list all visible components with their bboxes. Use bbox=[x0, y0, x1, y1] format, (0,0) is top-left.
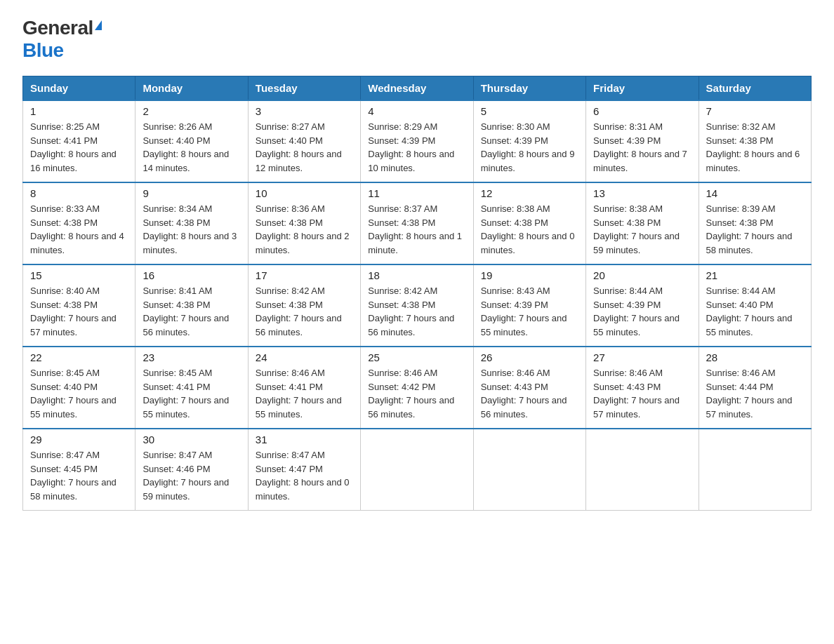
day-info: Sunrise: 8:45 AM Sunset: 4:41 PM Dayligh… bbox=[143, 366, 240, 421]
calendar-week-row: 15 Sunrise: 8:40 AM Sunset: 4:38 PM Dayl… bbox=[23, 264, 812, 347]
calendar-cell bbox=[473, 429, 585, 511]
day-info: Sunrise: 8:31 AM Sunset: 4:39 PM Dayligh… bbox=[593, 120, 691, 175]
day-info: Sunrise: 8:27 AM Sunset: 4:40 PM Dayligh… bbox=[256, 120, 353, 175]
calendar-cell: 4 Sunrise: 8:29 AM Sunset: 4:39 PM Dayli… bbox=[361, 100, 473, 182]
day-number: 6 bbox=[593, 105, 691, 117]
day-info: Sunrise: 8:42 AM Sunset: 4:38 PM Dayligh… bbox=[368, 284, 465, 339]
day-number: 16 bbox=[143, 269, 240, 281]
day-number: 15 bbox=[30, 269, 128, 281]
calendar-cell: 27 Sunrise: 8:46 AM Sunset: 4:43 PM Dayl… bbox=[586, 347, 699, 429]
calendar-cell: 19 Sunrise: 8:43 AM Sunset: 4:39 PM Dayl… bbox=[473, 264, 585, 347]
day-number: 29 bbox=[30, 434, 128, 445]
logo-general-text: General bbox=[22, 17, 93, 39]
calendar-week-row: 29 Sunrise: 8:47 AM Sunset: 4:45 PM Dayl… bbox=[23, 429, 812, 511]
day-info: Sunrise: 8:41 AM Sunset: 4:38 PM Dayligh… bbox=[143, 284, 240, 339]
day-of-week-header: Sunday bbox=[23, 76, 135, 101]
day-number: 10 bbox=[256, 187, 353, 199]
day-info: Sunrise: 8:29 AM Sunset: 4:39 PM Dayligh… bbox=[368, 120, 465, 175]
day-info: Sunrise: 8:47 AM Sunset: 4:46 PM Dayligh… bbox=[143, 448, 240, 503]
day-of-week-header: Monday bbox=[135, 76, 248, 101]
day-info: Sunrise: 8:46 AM Sunset: 4:41 PM Dayligh… bbox=[256, 366, 353, 421]
day-info: Sunrise: 8:37 AM Sunset: 4:38 PM Dayligh… bbox=[368, 202, 465, 257]
logo-triangle-icon bbox=[95, 20, 102, 30]
day-number: 4 bbox=[368, 105, 465, 117]
day-number: 21 bbox=[706, 269, 804, 281]
day-number: 28 bbox=[706, 351, 804, 363]
day-of-week-header: Thursday bbox=[473, 76, 585, 101]
calendar-cell bbox=[586, 429, 699, 511]
calendar-week-row: 8 Sunrise: 8:33 AM Sunset: 4:38 PM Dayli… bbox=[23, 182, 812, 264]
day-info: Sunrise: 8:38 AM Sunset: 4:38 PM Dayligh… bbox=[593, 202, 691, 257]
calendar-cell: 11 Sunrise: 8:37 AM Sunset: 4:38 PM Dayl… bbox=[361, 182, 473, 264]
day-info: Sunrise: 8:46 AM Sunset: 4:42 PM Dayligh… bbox=[368, 366, 465, 421]
calendar-cell: 17 Sunrise: 8:42 AM Sunset: 4:38 PM Dayl… bbox=[248, 264, 360, 347]
day-info: Sunrise: 8:44 AM Sunset: 4:40 PM Dayligh… bbox=[706, 284, 804, 339]
day-info: Sunrise: 8:30 AM Sunset: 4:39 PM Dayligh… bbox=[481, 120, 578, 175]
calendar-cell: 21 Sunrise: 8:44 AM Sunset: 4:40 PM Dayl… bbox=[699, 264, 811, 347]
day-info: Sunrise: 8:46 AM Sunset: 4:44 PM Dayligh… bbox=[706, 366, 804, 421]
day-info: Sunrise: 8:44 AM Sunset: 4:39 PM Dayligh… bbox=[593, 284, 691, 339]
day-info: Sunrise: 8:38 AM Sunset: 4:38 PM Dayligh… bbox=[481, 202, 578, 257]
calendar-cell: 5 Sunrise: 8:30 AM Sunset: 4:39 PM Dayli… bbox=[473, 100, 585, 182]
day-info: Sunrise: 8:25 AM Sunset: 4:41 PM Dayligh… bbox=[30, 120, 128, 175]
day-info: Sunrise: 8:39 AM Sunset: 4:38 PM Dayligh… bbox=[706, 202, 804, 257]
calendar-table: SundayMondayTuesdayWednesdayThursdayFrid… bbox=[22, 76, 812, 511]
calendar-cell: 29 Sunrise: 8:47 AM Sunset: 4:45 PM Dayl… bbox=[23, 429, 135, 511]
day-info: Sunrise: 8:47 AM Sunset: 4:45 PM Dayligh… bbox=[30, 448, 128, 503]
day-number: 30 bbox=[143, 434, 240, 445]
calendar-cell: 25 Sunrise: 8:46 AM Sunset: 4:42 PM Dayl… bbox=[361, 347, 473, 429]
day-number: 8 bbox=[30, 187, 128, 199]
day-number: 23 bbox=[143, 351, 240, 363]
day-info: Sunrise: 8:40 AM Sunset: 4:38 PM Dayligh… bbox=[30, 284, 128, 339]
calendar-cell: 13 Sunrise: 8:38 AM Sunset: 4:38 PM Dayl… bbox=[586, 182, 699, 264]
day-info: Sunrise: 8:46 AM Sunset: 4:43 PM Dayligh… bbox=[593, 366, 691, 421]
calendar-cell: 24 Sunrise: 8:46 AM Sunset: 4:41 PM Dayl… bbox=[248, 347, 360, 429]
calendar-cell: 30 Sunrise: 8:47 AM Sunset: 4:46 PM Dayl… bbox=[135, 429, 248, 511]
day-number: 22 bbox=[30, 351, 128, 363]
logo-blue-text: Blue bbox=[22, 39, 64, 62]
day-info: Sunrise: 8:32 AM Sunset: 4:38 PM Dayligh… bbox=[706, 120, 804, 175]
day-number: 14 bbox=[706, 187, 804, 199]
day-number: 1 bbox=[30, 105, 128, 117]
day-info: Sunrise: 8:42 AM Sunset: 4:38 PM Dayligh… bbox=[256, 284, 353, 339]
day-info: Sunrise: 8:47 AM Sunset: 4:47 PM Dayligh… bbox=[256, 448, 353, 503]
calendar-cell: 16 Sunrise: 8:41 AM Sunset: 4:38 PM Dayl… bbox=[135, 264, 248, 347]
calendar-cell: 9 Sunrise: 8:34 AM Sunset: 4:38 PM Dayli… bbox=[135, 182, 248, 264]
calendar-week-row: 22 Sunrise: 8:45 AM Sunset: 4:40 PM Dayl… bbox=[23, 347, 812, 429]
day-of-week-header: Tuesday bbox=[248, 76, 360, 101]
day-of-week-header: Friday bbox=[586, 76, 699, 101]
calendar-cell: 20 Sunrise: 8:44 AM Sunset: 4:39 PM Dayl… bbox=[586, 264, 699, 347]
day-info: Sunrise: 8:46 AM Sunset: 4:43 PM Dayligh… bbox=[481, 366, 578, 421]
calendar-cell: 28 Sunrise: 8:46 AM Sunset: 4:44 PM Dayl… bbox=[699, 347, 811, 429]
calendar-cell: 3 Sunrise: 8:27 AM Sunset: 4:40 PM Dayli… bbox=[248, 100, 360, 182]
calendar-cell: 26 Sunrise: 8:46 AM Sunset: 4:43 PM Dayl… bbox=[473, 347, 585, 429]
day-number: 27 bbox=[593, 351, 691, 363]
day-number: 31 bbox=[256, 434, 353, 445]
day-info: Sunrise: 8:26 AM Sunset: 4:40 PM Dayligh… bbox=[143, 120, 240, 175]
day-number: 18 bbox=[368, 269, 465, 281]
day-info: Sunrise: 8:36 AM Sunset: 4:38 PM Dayligh… bbox=[256, 202, 353, 257]
day-number: 2 bbox=[143, 105, 240, 117]
calendar-cell bbox=[361, 429, 473, 511]
day-info: Sunrise: 8:45 AM Sunset: 4:40 PM Dayligh… bbox=[30, 366, 128, 421]
day-number: 17 bbox=[256, 269, 353, 281]
day-of-week-header: Saturday bbox=[699, 76, 811, 101]
day-number: 19 bbox=[481, 269, 578, 281]
calendar-cell bbox=[699, 429, 811, 511]
logo: General Blue bbox=[22, 17, 102, 62]
day-number: 3 bbox=[256, 105, 353, 117]
day-number: 9 bbox=[143, 187, 240, 199]
day-number: 5 bbox=[481, 105, 578, 117]
calendar-cell: 10 Sunrise: 8:36 AM Sunset: 4:38 PM Dayl… bbox=[248, 182, 360, 264]
day-number: 24 bbox=[256, 351, 353, 363]
page-header: General Blue bbox=[22, 17, 812, 62]
calendar-cell: 8 Sunrise: 8:33 AM Sunset: 4:38 PM Dayli… bbox=[23, 182, 135, 264]
calendar-cell: 1 Sunrise: 8:25 AM Sunset: 4:41 PM Dayli… bbox=[23, 100, 135, 182]
calendar-header-row: SundayMondayTuesdayWednesdayThursdayFrid… bbox=[23, 76, 812, 101]
calendar-week-row: 1 Sunrise: 8:25 AM Sunset: 4:41 PM Dayli… bbox=[23, 100, 812, 182]
calendar-cell: 2 Sunrise: 8:26 AM Sunset: 4:40 PM Dayli… bbox=[135, 100, 248, 182]
calendar-cell: 14 Sunrise: 8:39 AM Sunset: 4:38 PM Dayl… bbox=[699, 182, 811, 264]
calendar-cell: 12 Sunrise: 8:38 AM Sunset: 4:38 PM Dayl… bbox=[473, 182, 585, 264]
calendar-cell: 15 Sunrise: 8:40 AM Sunset: 4:38 PM Dayl… bbox=[23, 264, 135, 347]
calendar-cell: 6 Sunrise: 8:31 AM Sunset: 4:39 PM Dayli… bbox=[586, 100, 699, 182]
